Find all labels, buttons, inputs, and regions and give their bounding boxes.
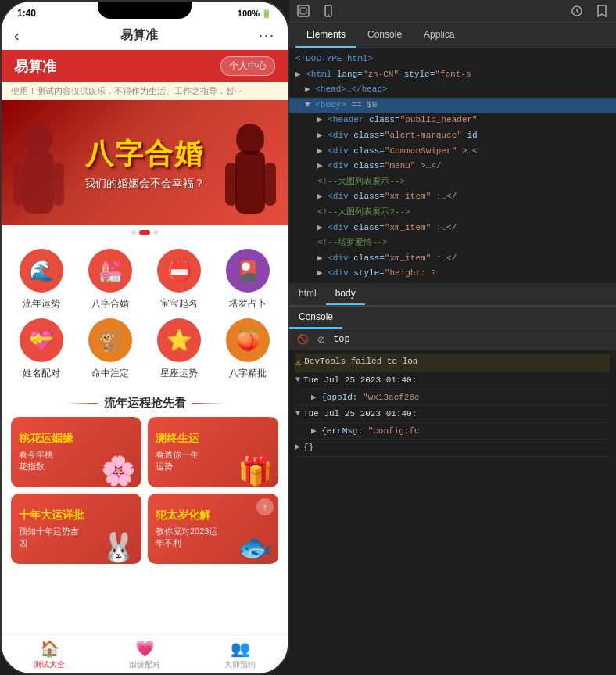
grid-row-1: 🌊 流年运势 💒 八字合婚 📛 宝宝起名 🎴 塔罗占卜 bbox=[11, 249, 278, 311]
grid-item-xingmingpeidui[interactable]: 💝 姓名配对 bbox=[11, 318, 72, 380]
tab-elements[interactable]: Elements bbox=[295, 23, 356, 48]
nav-item-dashiyuyue[interactable]: 👥 大师预约 bbox=[192, 635, 288, 673]
more-button[interactable]: ··· bbox=[259, 27, 275, 44]
breadcrumb-body-label: body bbox=[335, 288, 356, 299]
console-input[interactable] bbox=[333, 334, 610, 345]
label-mingzhongzhunding: 命中注定 bbox=[91, 367, 129, 380]
console-msg-group1: ▼ Tue Jul 25 2023 01:40: bbox=[295, 372, 610, 390]
svg-rect-9 bbox=[300, 8, 306, 14]
nav-icon-home: 🏠 bbox=[40, 639, 59, 658]
dot-3 bbox=[153, 230, 158, 235]
console-section: Console 🚫 ⊘ ⚠ DevTools failed to loa ▼ T… bbox=[289, 306, 616, 460]
tab-console[interactable]: Console bbox=[356, 23, 413, 48]
console-filter-btn[interactable]: ⊘ bbox=[314, 332, 328, 346]
breadcrumb-html[interactable]: html bbox=[289, 283, 326, 305]
scroll-content[interactable]: 八字合婚 我们的婚姻会不会幸福？ 🌊 流年运势 💒 八字合婚 bbox=[2, 100, 288, 641]
banner-area[interactable]: 八字合婚 我们的婚姻会不会幸福？ bbox=[2, 100, 288, 225]
grid-item-baobaoqiming[interactable]: 📛 宝宝起名 bbox=[149, 249, 210, 311]
nav-item-yinyuanpeidui[interactable]: 💗 姻缘配对 bbox=[97, 635, 192, 673]
expand-icon-3[interactable]: ▶ bbox=[295, 441, 300, 453]
promo-card-taohuayun[interactable]: 桃花运姻缘 看今年桃花指数 🌸 bbox=[11, 417, 141, 487]
grid-item-bazihehun[interactable]: 💒 八字合婚 bbox=[80, 249, 141, 311]
breadcrumb-html-label: html bbox=[299, 288, 317, 299]
banner-subtitle: 我们的婚姻会不会幸福？ bbox=[84, 177, 205, 191]
promo-card-shiniandayun[interactable]: 十年大运详批 预知十年运势吉凶 🐰 bbox=[11, 494, 141, 564]
grid-row-2: 💝 姓名配对 🐒 命中注定 ⭐ 星座运势 🍑 八字精批 bbox=[2, 315, 288, 388]
icon-xingmingpeidui: 💝 bbox=[20, 318, 63, 362]
nav-label-dashiyuyue: 大师预约 bbox=[224, 659, 256, 670]
label-liunnianynshi: 流年运势 bbox=[23, 297, 60, 311]
elements-head[interactable]: ▶ <head>…</head> bbox=[289, 82, 616, 98]
elements-comment3: <!--塔罗爱情--> bbox=[289, 235, 616, 251]
nav-label-yinyuanpeidui: 姻缘配对 bbox=[129, 659, 160, 670]
banner-content: 八字合婚 我们的婚姻会不会幸福？ bbox=[2, 100, 288, 225]
phone-nav-header: ‹ 易算准 ··· bbox=[2, 22, 288, 50]
elements-xmitem2[interactable]: ▶ <div class="xm_item" :…</ bbox=[289, 221, 616, 236]
icon-mingzhongzhunding: 🐒 bbox=[88, 318, 132, 362]
grid-item-xingzuoyunshi[interactable]: ⭐ 星座运势 bbox=[149, 318, 210, 380]
icon-taluozhanbu: 🎴 bbox=[226, 249, 270, 293]
status-time: 1:40 bbox=[17, 8, 36, 19]
expand-icon-1[interactable]: ▼ bbox=[295, 374, 300, 386]
console-tab[interactable]: Console bbox=[289, 307, 342, 329]
phone-notch bbox=[98, 2, 192, 19]
label-baobaoqiming: 宝宝起名 bbox=[160, 297, 198, 311]
section-title-text: 流年运程抢先看 bbox=[104, 396, 186, 411]
elements-xmitem1[interactable]: ▶ <div class="xm_item" :…</ bbox=[289, 189, 616, 205]
icon-bazijingpi: 🍑 bbox=[226, 318, 270, 362]
nav-item-ceshidaquan[interactable]: 🏠 测试大全 bbox=[2, 635, 97, 673]
dot-2 bbox=[139, 230, 150, 235]
back-button[interactable]: ‹ bbox=[14, 27, 20, 45]
promo-card-1-title: 桃花运姻缘 bbox=[19, 432, 87, 446]
promo-card-ceshengrun[interactable]: 测终生运 看透你一生运势 🎁 bbox=[148, 417, 278, 487]
grid-item-mingzhongzhunding[interactable]: 🐒 命中注定 bbox=[80, 318, 141, 380]
elements-header[interactable]: ▶ <header class="public_header" bbox=[289, 113, 616, 128]
marquee-text: 使用！测试内容仅供娱乐，不得作为生活、工作之指导，暂··· bbox=[11, 86, 242, 95]
devtools-inspect-btn[interactable] bbox=[295, 3, 311, 19]
tab-application[interactable]: Applica bbox=[413, 23, 465, 48]
grid-item-liunnianyunshi[interactable]: 🌊 流年运势 bbox=[11, 249, 72, 311]
promo-card-3-desc: 预知十年运势吉凶 bbox=[19, 526, 87, 550]
console-errmsg-text: ▶ {errMsg: "config:fc bbox=[311, 425, 420, 438]
share-button[interactable]: ↑ bbox=[256, 498, 274, 515]
elements-divheight1[interactable]: ▶ <div style="height: 0 bbox=[289, 266, 616, 282]
promo-card-4-title: 犯太岁化解 bbox=[156, 508, 224, 522]
promo-card-2-img: 🎁 bbox=[231, 417, 278, 487]
devtools-sources-btn[interactable] bbox=[569, 3, 585, 19]
devtools-bookmark-btn[interactable] bbox=[594, 3, 610, 19]
promo-card-fantaisui[interactable]: 犯太岁化解 教你应对2023运年不利 🐟 ↑ bbox=[148, 494, 278, 564]
banner-main-text: 八字合婚 bbox=[85, 135, 204, 174]
console-tab-bar: Console bbox=[289, 307, 616, 329]
promo-card-1-character: 🌸 bbox=[101, 454, 136, 487]
svg-point-11 bbox=[328, 14, 329, 16]
console-toolbar: 🚫 ⊘ bbox=[289, 329, 616, 350]
console-tab-label: Console bbox=[299, 311, 333, 322]
elements-swiper[interactable]: ▶ <div class="CommonSwiper" >…< bbox=[289, 144, 616, 160]
elements-menu[interactable]: ▶ <div class="menu" >…</ bbox=[289, 159, 616, 174]
elements-body[interactable]: ▼ <body> == $0 bbox=[289, 98, 616, 113]
console-warning-text: DevTools failed to loa bbox=[304, 355, 417, 368]
svg-rect-8 bbox=[298, 5, 309, 16]
user-center-button[interactable]: 个人中心 bbox=[220, 56, 275, 76]
elements-xmitem3[interactable]: ▶ <div class="xm_item" :…</ bbox=[289, 251, 616, 267]
promo-card-1-desc: 看今年桃花指数 bbox=[19, 449, 87, 473]
console-clear-btn[interactable]: 🚫 bbox=[295, 332, 310, 346]
expand-icon-2[interactable]: ▼ bbox=[295, 408, 300, 419]
label-bazijingpi: 八字精批 bbox=[229, 367, 267, 380]
devtools-phone-btn[interactable] bbox=[321, 3, 336, 19]
breadcrumb-body[interactable]: body bbox=[326, 283, 365, 305]
elements-alert[interactable]: ▶ <div class="alert-marquee" id bbox=[289, 128, 616, 144]
elements-html[interactable]: ▶ <html lang="zh-CN" style="font-s bbox=[289, 67, 616, 83]
banner-image: 八字合婚 我们的婚姻会不会幸福？ bbox=[2, 100, 288, 225]
grid-item-taluozhanbu[interactable]: 🎴 塔罗占卜 bbox=[217, 249, 278, 311]
elements-doctype: <!DOCTYPE html> bbox=[289, 52, 616, 67]
brand-name: 易算准 bbox=[14, 57, 56, 76]
promo-card-2-content: 测终生运 看透你一生运势 bbox=[148, 417, 231, 487]
icon-xingzuoyunshi: ⭐ bbox=[157, 318, 201, 362]
label-xingzuoyunshi: 星座运势 bbox=[160, 367, 198, 380]
marquee-bar: 使用！测试内容仅供娱乐，不得作为生活、工作之指导，暂··· bbox=[2, 82, 288, 100]
elements-panel[interactable]: <!DOCTYPE html> ▶ <html lang="zh-CN" sty… bbox=[289, 48, 616, 283]
banner-dots bbox=[2, 225, 288, 239]
grid-item-baziijingpi[interactable]: 🍑 八字精批 bbox=[217, 318, 278, 380]
battery-indicator: 100% 🔋 bbox=[238, 9, 272, 19]
